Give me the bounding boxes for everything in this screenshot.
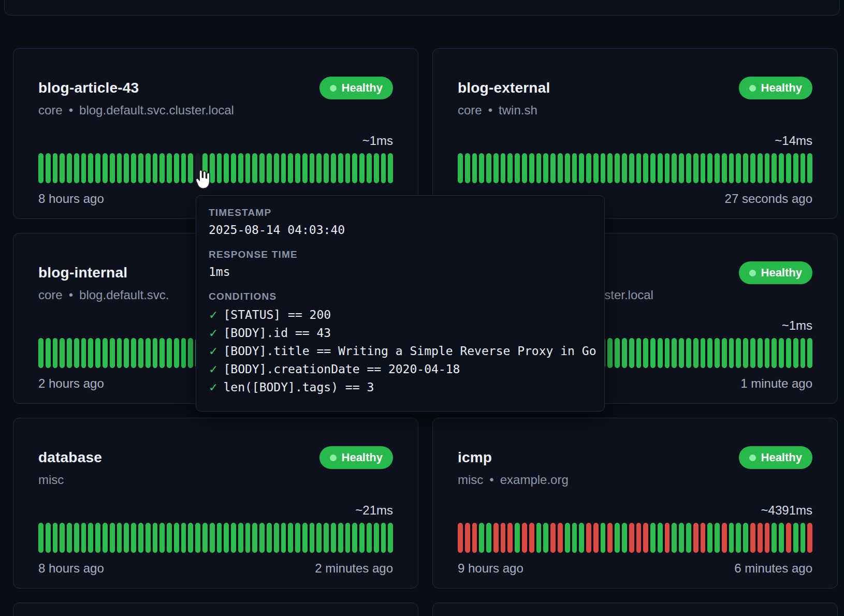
health-bar[interactable] bbox=[159, 338, 165, 368]
health-bar[interactable] bbox=[779, 338, 784, 368]
health-bar[interactable] bbox=[807, 338, 812, 368]
health-bar[interactable] bbox=[159, 523, 165, 553]
health-bar[interactable] bbox=[67, 523, 72, 553]
health-bar[interactable] bbox=[345, 523, 351, 553]
health-bar[interactable] bbox=[750, 338, 755, 368]
health-bar[interactable] bbox=[707, 523, 712, 553]
health-bar[interactable] bbox=[558, 153, 563, 183]
health-bar[interactable] bbox=[310, 523, 315, 553]
health-bar[interactable] bbox=[765, 153, 770, 183]
health-bar[interactable] bbox=[38, 153, 43, 183]
health-bar[interactable] bbox=[515, 523, 520, 553]
health-bar[interactable] bbox=[722, 338, 727, 368]
health-bar[interactable] bbox=[607, 523, 613, 553]
health-bar[interactable] bbox=[515, 153, 520, 183]
health-bar[interactable] bbox=[367, 153, 372, 183]
health-bar[interactable] bbox=[686, 153, 691, 183]
health-bar[interactable] bbox=[543, 523, 548, 553]
health-bar[interactable] bbox=[159, 153, 165, 183]
health-bar[interactable] bbox=[743, 523, 748, 553]
health-bar[interactable] bbox=[643, 153, 648, 183]
health-bar[interactable] bbox=[772, 338, 777, 368]
health-bar[interactable] bbox=[81, 338, 86, 368]
health-bar[interactable] bbox=[758, 338, 763, 368]
health-bar[interactable] bbox=[103, 338, 108, 368]
health-bar[interactable] bbox=[302, 523, 308, 553]
health-bar[interactable] bbox=[743, 153, 748, 183]
service-card[interactable] bbox=[13, 603, 418, 616]
health-bar[interactable] bbox=[672, 153, 677, 183]
health-bar[interactable] bbox=[95, 523, 100, 553]
health-bar[interactable] bbox=[807, 523, 812, 553]
service-card[interactable]: blog-article-43 Healthy core • blog.defa… bbox=[13, 48, 418, 219]
health-bar[interactable] bbox=[331, 523, 336, 553]
health-bar[interactable] bbox=[324, 523, 329, 553]
health-bar[interactable] bbox=[658, 338, 663, 368]
health-bar[interactable] bbox=[522, 523, 527, 553]
health-bar[interactable] bbox=[686, 338, 691, 368]
health-bar[interactable] bbox=[758, 153, 763, 183]
health-bar[interactable] bbox=[736, 338, 741, 368]
health-bar[interactable] bbox=[367, 523, 372, 553]
health-bar[interactable] bbox=[153, 338, 158, 368]
health-bar[interactable] bbox=[707, 153, 712, 183]
health-bar[interactable] bbox=[722, 153, 727, 183]
health-bar[interactable] bbox=[167, 153, 172, 183]
health-bar[interactable] bbox=[67, 338, 72, 368]
health-bar[interactable] bbox=[217, 153, 222, 183]
health-bar[interactable] bbox=[750, 523, 755, 553]
health-bar[interactable] bbox=[224, 523, 229, 553]
health-bar[interactable] bbox=[507, 523, 513, 553]
health-bar[interactable] bbox=[295, 523, 300, 553]
health-bar[interactable] bbox=[665, 153, 670, 183]
health-bar[interactable] bbox=[572, 523, 577, 553]
health-bar[interactable] bbox=[736, 153, 741, 183]
health-bar[interactable] bbox=[801, 153, 806, 183]
health-bar[interactable] bbox=[643, 523, 648, 553]
health-bar[interactable] bbox=[786, 523, 791, 553]
health-bar[interactable] bbox=[786, 338, 791, 368]
health-bar[interactable] bbox=[110, 523, 115, 553]
health-bar[interactable] bbox=[758, 523, 763, 553]
health-bar[interactable] bbox=[779, 153, 784, 183]
health-bar[interactable] bbox=[693, 153, 699, 183]
health-bar[interactable] bbox=[345, 153, 351, 183]
health-bar[interactable] bbox=[550, 523, 556, 553]
health-bar[interactable] bbox=[267, 523, 272, 553]
health-bar[interactable] bbox=[60, 523, 65, 553]
health-bar[interactable] bbox=[145, 523, 151, 553]
health-bar[interactable] bbox=[615, 523, 620, 553]
health-bar[interactable] bbox=[665, 338, 670, 368]
service-card[interactable]: blog-external Healthy core • twin.sh ~14… bbox=[432, 48, 838, 219]
health-bar[interactable] bbox=[38, 338, 43, 368]
service-card[interactable]: icmp Healthy misc • example.org ~4391ms … bbox=[432, 418, 838, 589]
health-bar[interactable] bbox=[672, 523, 677, 553]
health-bar[interactable] bbox=[550, 153, 556, 183]
health-bar[interactable] bbox=[103, 153, 108, 183]
health-bar[interactable] bbox=[793, 523, 798, 553]
health-bar[interactable] bbox=[210, 523, 215, 553]
health-bar[interactable] bbox=[217, 523, 222, 553]
health-bar[interactable] bbox=[543, 153, 548, 183]
health-bar[interactable] bbox=[715, 523, 720, 553]
health-bar[interactable] bbox=[338, 153, 343, 183]
health-bar[interactable] bbox=[729, 523, 734, 553]
health-bar[interactable] bbox=[486, 153, 491, 183]
health-bar[interactable] bbox=[245, 523, 251, 553]
health-bar[interactable] bbox=[88, 153, 93, 183]
health-bar[interactable] bbox=[88, 338, 93, 368]
health-bar[interactable] bbox=[274, 523, 279, 553]
health-bar[interactable] bbox=[359, 523, 365, 553]
health-bar[interactable] bbox=[117, 523, 122, 553]
health-bar[interactable] bbox=[388, 153, 393, 183]
health-bar[interactable] bbox=[267, 153, 272, 183]
health-bar[interactable] bbox=[145, 153, 151, 183]
health-bar[interactable] bbox=[46, 523, 51, 553]
health-bar[interactable] bbox=[231, 153, 236, 183]
health-bar[interactable] bbox=[650, 523, 656, 553]
health-bar[interactable] bbox=[579, 523, 584, 553]
health-bar[interactable] bbox=[117, 153, 122, 183]
health-bar[interactable] bbox=[493, 153, 499, 183]
health-bar[interactable] bbox=[67, 153, 72, 183]
health-bar[interactable] bbox=[288, 153, 293, 183]
